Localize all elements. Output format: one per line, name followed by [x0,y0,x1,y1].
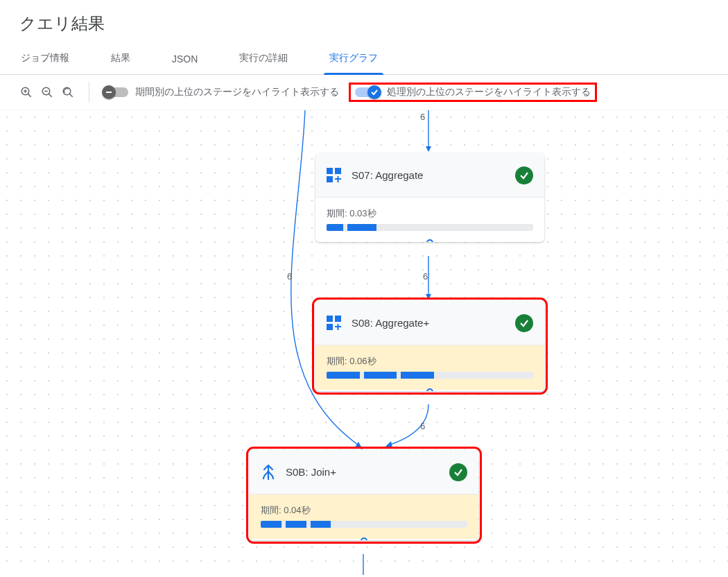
toggle-duration-label: 期間別の上位のステージをハイライト表示する [135,86,339,98]
duration-label: 期間: 0.06秒 [327,355,533,368]
stage-node-s0b[interactable]: S0B: Join+ 期間: 0.04秒 [250,450,478,540]
toggle-highlight-duration[interactable]: 期間別の上位のステージをハイライト表示する [103,86,339,98]
tabs: ジョブ情報 結果 JSON 実行の詳細 実行グラフ [0,42,728,75]
highlight-box-toggle: 処理別の上位のステージをハイライト表示する [349,83,597,102]
duration-bar [261,521,467,528]
svg-marker-12 [385,441,392,448]
tab-exec-details[interactable]: 実行の詳細 [238,42,289,74]
duration-label: 期間: 0.03秒 [327,207,533,220]
stage-node-s07[interactable]: S07: Aggregate 期間: 0.03秒 [315,153,544,242]
edge-label-left: 6 [287,271,292,282]
tab-exec-graph[interactable]: 実行グラフ [328,42,379,74]
svg-line-5 [49,94,52,97]
toggle-duration-switch[interactable] [103,87,128,97]
graph-toolbar: 期間別の上位のステージをハイライト表示する 処理別の上位のステージをハイライト表… [0,75,728,110]
zoom-out-icon[interactable] [40,85,54,99]
edge-label-s07-s08: 6 [423,271,428,282]
svg-rect-13 [327,168,333,174]
status-ok-icon [515,314,533,332]
tab-results[interactable]: 結果 [110,42,132,74]
divider [89,82,89,103]
aggregate-icon [327,168,342,183]
svg-marker-10 [426,294,431,300]
aggregate-icon [327,316,342,331]
tab-json[interactable]: JSON [171,44,199,74]
svg-rect-18 [327,324,333,330]
join-icon [261,464,276,481]
stage-title: S07: Aggregate [352,169,505,181]
duration-bar [327,224,533,231]
stage-title: S08: Aggregate+ [352,317,505,329]
svg-rect-14 [335,168,341,174]
node-port-out [426,388,433,391]
toggle-highlight-processing[interactable]: 処理別の上位のステージをハイライト表示する [355,86,591,98]
zoom-reset-icon[interactable] [61,85,75,99]
svg-rect-16 [327,316,333,322]
duration-bar [327,372,533,379]
svg-line-1 [28,94,31,97]
duration-label: 期間: 0.04秒 [261,504,467,517]
tab-job-info[interactable]: ジョブ情報 [19,42,71,74]
toggle-processing-switch[interactable] [355,87,380,97]
svg-rect-8 [106,92,112,93]
edge-label-s08-s0b: 6 [420,421,425,431]
edge-label-top: 6 [420,112,425,122]
svg-marker-9 [426,146,431,152]
graph-canvas[interactable]: 6 6 6 6 S07: Aggregate 期間: 0.03秒 [0,110,728,566]
status-ok-icon [449,463,467,481]
stage-node-s08[interactable]: S08: Aggregate+ 期間: 0.06秒 [315,301,544,391]
node-port-out [426,239,433,242]
node-port-out [361,537,367,540]
svg-rect-17 [335,316,341,322]
svg-rect-15 [327,176,333,182]
status-ok-icon [515,166,533,184]
page-title: クエリ結果 [19,12,709,35]
zoom-in-icon[interactable] [19,85,33,99]
stage-title: S0B: Join+ [286,466,440,478]
toggle-processing-label: 処理別の上位のステージをハイライト表示する [387,86,591,98]
